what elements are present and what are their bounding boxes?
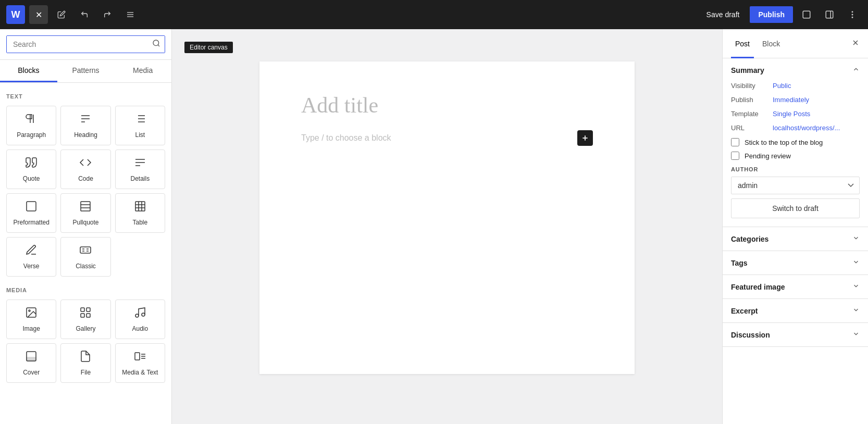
block-paragraph[interactable]: Paragraph: [6, 106, 56, 145]
block-gallery[interactable]: Gallery: [60, 300, 110, 339]
save-draft-button[interactable]: Save draft: [700, 10, 746, 19]
visibility-value[interactable]: Public: [773, 82, 791, 90]
svg-point-38: [135, 314, 139, 317]
block-heading[interactable]: Heading: [60, 106, 110, 145]
block-cover[interactable]: Cover: [6, 343, 56, 383]
image-icon: [25, 306, 38, 321]
svg-rect-35: [86, 308, 90, 311]
block-audio[interactable]: Audio: [115, 300, 165, 339]
search-input[interactable]: [7, 36, 165, 53]
tab-patterns[interactable]: Patterns: [57, 60, 115, 82]
stick-to-top-checkbox[interactable]: [731, 138, 739, 146]
discussion-panel-header[interactable]: Discussion: [723, 323, 868, 346]
search-icon-button[interactable]: [152, 39, 160, 49]
svg-rect-36: [81, 314, 84, 317]
editor-paper[interactable]: Add title Type / to choose a block: [259, 61, 635, 374]
publish-label: Publish: [731, 96, 773, 104]
file-label: File: [81, 369, 91, 376]
sidebar-tabs: Blocks Patterns Media: [0, 60, 171, 83]
author-select[interactable]: admin: [731, 177, 860, 194]
right-sidebar-close-button[interactable]: [851, 38, 860, 49]
sidebar-toggle-button[interactable]: [820, 5, 839, 24]
post-title[interactable]: Add title: [301, 93, 593, 118]
undo-button[interactable]: [75, 5, 94, 24]
template-value[interactable]: Single Posts: [773, 110, 810, 118]
tab-block[interactable]: Block: [758, 29, 784, 58]
file-icon: [79, 350, 92, 365]
publish-button[interactable]: Publish: [750, 6, 793, 23]
heading-label: Heading: [74, 131, 97, 139]
main-area: Blocks Patterns Media TEXT Paragraph Hea…: [0, 29, 868, 424]
media-section-label: MEDIA: [6, 287, 165, 293]
edit-button[interactable]: [52, 5, 71, 24]
url-value[interactable]: localhost/wordpress/...: [773, 124, 840, 132]
details-label: Details: [130, 175, 150, 182]
block-pullquote[interactable]: Pullquote: [60, 193, 110, 233]
search-bar: [0, 29, 171, 60]
svg-rect-34: [81, 308, 84, 311]
tags-panel: Tags: [723, 251, 868, 275]
summary-panel: Summary Visibility Public Publish Immedi…: [723, 58, 868, 227]
tags-panel-header[interactable]: Tags: [723, 251, 868, 275]
switch-to-draft-button[interactable]: Switch to draft: [731, 198, 860, 218]
block-image[interactable]: Image: [6, 300, 56, 339]
more-options-button[interactable]: [843, 5, 862, 24]
close-button[interactable]: ✕: [29, 5, 48, 24]
block-list[interactable]: List: [115, 106, 165, 145]
block-details[interactable]: Details: [115, 149, 165, 189]
audio-icon: [134, 306, 146, 321]
verse-icon: [25, 244, 38, 258]
url-label: URL: [731, 124, 773, 132]
tab-blocks[interactable]: Blocks: [0, 60, 57, 82]
svg-rect-31: [80, 247, 91, 253]
wp-logo: W: [6, 5, 25, 24]
discussion-panel: Discussion: [723, 323, 868, 347]
block-table[interactable]: Table: [115, 193, 165, 233]
categories-panel-header[interactable]: Categories: [723, 227, 868, 251]
block-file[interactable]: File: [60, 343, 110, 383]
preformatted-icon: [25, 200, 38, 215]
author-section-label: AUTHOR: [731, 166, 860, 172]
summary-panel-header[interactable]: Summary: [723, 58, 868, 82]
tab-media[interactable]: Media: [114, 60, 171, 82]
template-row: Template Single Posts: [731, 110, 860, 118]
redo-button[interactable]: [98, 5, 117, 24]
table-label: Table: [132, 219, 147, 226]
stick-to-top-label[interactable]: Stick to the top of the blog: [745, 139, 823, 146]
code-label: Code: [78, 175, 93, 182]
block-verse[interactable]: Verse: [6, 237, 56, 277]
media-text-label: Media & Text: [122, 369, 158, 376]
excerpt-panel: Excerpt: [723, 299, 868, 323]
classic-label: Classic: [76, 263, 96, 270]
featured-image-title: Featured image: [731, 283, 785, 291]
tools-button[interactable]: [121, 5, 140, 24]
editor-body[interactable]: Type / to choose a block: [301, 130, 593, 146]
featured-image-panel-header[interactable]: Featured image: [723, 275, 868, 298]
excerpt-panel-header[interactable]: Excerpt: [723, 299, 868, 322]
tab-post[interactable]: Post: [731, 29, 754, 58]
cover-icon: [25, 350, 38, 365]
publish-value[interactable]: Immediately: [773, 96, 809, 104]
audio-label: Audio: [132, 325, 148, 332]
svg-rect-37: [86, 314, 90, 317]
block-code[interactable]: Code: [60, 149, 110, 189]
paragraph-label: Paragraph: [17, 131, 46, 139]
code-icon: [79, 156, 92, 171]
categories-chevron-icon: [852, 234, 860, 243]
view-button[interactable]: [797, 5, 816, 24]
template-label: Template: [731, 110, 773, 118]
svg-rect-22: [27, 202, 36, 211]
block-preformatted[interactable]: Preformatted: [6, 193, 56, 233]
author-section: AUTHOR admin: [731, 166, 860, 194]
add-block-button[interactable]: [577, 130, 593, 146]
block-quote[interactable]: Quote: [6, 149, 56, 189]
svg-rect-3: [803, 11, 810, 18]
summary-chevron-icon: [852, 66, 860, 74]
pending-review-label[interactable]: Pending review: [745, 152, 791, 160]
media-text-icon: [134, 350, 146, 365]
stick-to-top-row: Stick to the top of the blog: [731, 138, 860, 146]
block-media-text[interactable]: Media & Text: [115, 343, 165, 383]
categories-title: Categories: [731, 235, 768, 243]
block-classic[interactable]: Classic: [60, 237, 110, 277]
pending-review-checkbox[interactable]: [731, 152, 739, 160]
